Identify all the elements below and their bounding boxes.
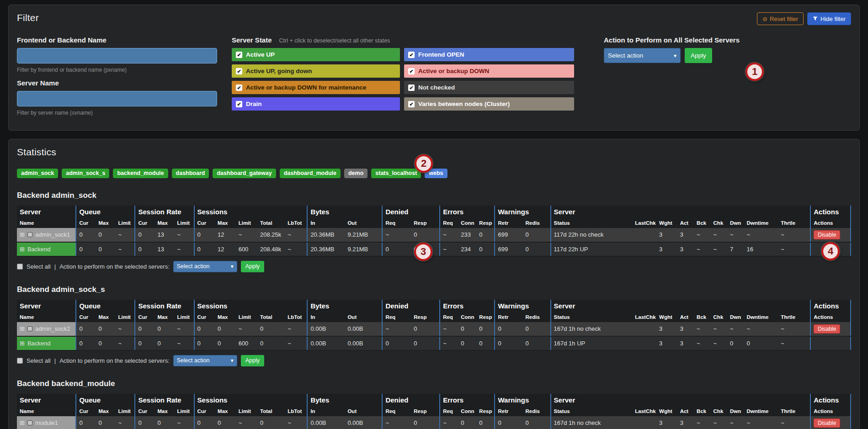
column-header: Bck [694,218,710,228]
table-footer: Select all | Action to perform on the se… [17,261,851,272]
state-option-varies-between-nodes-cluster-[interactable]: ✔Varies between nodes (Cluster) [404,97,574,111]
column-header: Limit [236,218,257,228]
state-option-drain[interactable]: ✔Drain [232,97,400,111]
expand-icon[interactable]: ⊞ [20,231,25,238]
backend-badge-admin_sock_s[interactable]: admin_sock_s [62,169,109,178]
reset-filter-button[interactable]: ⊘ Reset filter [757,12,804,25]
backend-section-title: Backend admin_sock [17,191,851,200]
column-header: Cur [194,218,215,228]
pxname-input[interactable] [17,48,217,64]
actions-cell [810,336,851,350]
stat-cell: ~ [744,416,778,429]
footer-action-label: Action to perform on the selected server… [59,357,170,364]
select-all-checkbox[interactable] [17,264,23,270]
column-header: Max [155,312,175,322]
expand-icon[interactable]: ⊞ [20,325,25,332]
column-header: Dwntime [744,406,778,416]
stat-cell: ~ [744,228,778,242]
checkbox-checked-icon[interactable]: ✔ [236,85,242,91]
stat-cell: 0.00B [345,322,382,336]
backend-badge-backend_module[interactable]: backend_module [113,169,168,178]
stat-cell: 3 [656,336,677,350]
checkbox-checked-icon[interactable]: ✔ [236,101,242,107]
table-row: ⊞module100~00~00~0~0.00B0.00B~0~0000167d… [17,416,851,429]
expand-icon[interactable]: ⊞ [20,419,25,426]
stat-cell: ~ [285,336,307,350]
stat-cell: 0 [194,228,215,242]
disable-button[interactable]: Disable [814,418,840,428]
disable-button[interactable]: Disable [814,324,840,334]
column-group-header: Queue [76,300,135,312]
state-option-label: Active UP [246,51,275,58]
row-checkbox[interactable] [27,326,32,331]
stat-cell: 0 [155,336,175,350]
hide-filter-button[interactable]: Hide filter [807,12,851,25]
stat-cell: 0 [744,336,778,350]
disable-button[interactable]: Disable [814,230,840,239]
footer-action-select[interactable]: Select action ▾ [173,355,237,366]
server-name-cell[interactable]: ⊞admin_sock2 [17,322,76,336]
stat-cell: 0 [194,336,215,350]
column-header: Resp [411,406,440,416]
stat-cell: ~ [440,336,458,350]
expand-icon[interactable]: ⊞ [20,246,25,253]
column-header: Limit [175,312,194,322]
stat-cell: 0 [523,336,551,350]
column-group-header: Warnings [495,206,550,218]
stat-cell [632,322,656,336]
checkbox-checked-icon[interactable]: ✔ [236,68,242,74]
checkbox-checked-icon[interactable]: ✔ [408,85,415,91]
checkbox-checked-icon[interactable]: ✔ [408,101,415,107]
server-name-cell[interactable]: ⊞admin_sock1 [17,228,76,242]
reset-filter-label: Reset filter [770,16,798,22]
footer-apply-button[interactable]: Apply [241,355,264,366]
column-group-header: Bytes [307,394,382,406]
checkbox-checked-icon[interactable]: ✔ [408,68,415,74]
bulk-apply-button[interactable]: Apply [685,48,712,63]
annotation-marker-1: 1 [746,63,764,81]
column-header: Resp [476,406,495,416]
state-option-active-up[interactable]: ✔Active UP [232,48,400,61]
stat-cell: 0 [257,322,285,336]
column-group-header: Sessions [194,300,308,312]
stat-cell: ~ [440,322,458,336]
server-state-hint: Ctrl + click to deselect/select all othe… [279,37,390,44]
stat-cell: 208.25k [257,228,285,242]
footer-apply-button[interactable]: Apply [241,261,264,272]
server-name-cell[interactable]: ⊞module1 [17,416,76,429]
state-option-active-up-going-down[interactable]: ✔Active UP, going down [232,64,400,78]
footer-action-select[interactable]: Select action ▾ [173,261,237,272]
stat-cell [632,228,656,242]
column-header: Chk [711,312,727,322]
column-header: Dwntime [744,312,778,322]
backend-badge-stats_localhost[interactable]: stats_localhost [371,169,421,178]
state-option-frontend-open[interactable]: ✔Frontend OPEN [404,48,574,61]
backend-badge-dashboard[interactable]: dashboard [172,169,209,178]
backend-badge-dashboard_gateway[interactable]: dashboard_gateway [213,169,276,178]
server-name-cell[interactable]: ⊞Backend [17,242,76,256]
stat-cell: ~ [694,416,710,429]
state-option-active-or-backup-down-for-maintenance[interactable]: ✔Active or backup DOWN for maintenance [232,81,400,94]
checkbox-checked-icon[interactable]: ✔ [408,52,415,58]
backend-badge-demo[interactable]: demo [344,169,367,178]
column-header: In [307,406,345,416]
column-header: Max [215,218,236,228]
expand-icon[interactable]: ⊞ [20,340,25,347]
backend-badge-admin_sock[interactable]: admin_sock [17,169,58,178]
state-option-label: Not checked [418,84,455,91]
state-option-active-or-backup-down[interactable]: ✔Active or backup DOWN [404,64,574,78]
column-group-header: Session Rate [135,394,194,406]
backend-badge-dashboard_module[interactable]: dashboard_module [280,169,341,178]
bulk-action-select[interactable]: Select action ▾ [604,48,681,63]
checkbox-checked-icon[interactable]: ✔ [236,52,242,58]
stat-cell: ~ [175,228,194,242]
stat-cell: 0 [495,322,522,336]
row-checkbox[interactable] [27,420,32,425]
state-option-not-checked[interactable]: ✔Not checked [404,81,574,94]
column-header: Max [155,218,175,228]
state-option-label: Varies between nodes (Cluster) [418,101,510,107]
select-all-checkbox[interactable] [17,358,23,364]
row-checkbox[interactable] [27,232,32,237]
svname-input[interactable] [17,91,217,106]
server-name-cell[interactable]: ⊞Backend [17,336,76,350]
